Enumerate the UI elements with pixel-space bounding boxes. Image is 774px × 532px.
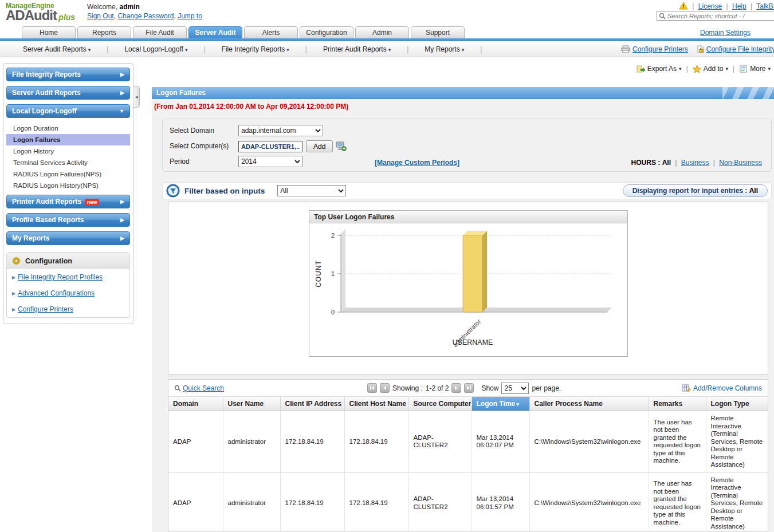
search-input[interactable] (667, 13, 774, 19)
add-to-button[interactable]: Add to ▾ (693, 65, 728, 73)
document-icon (739, 65, 748, 73)
y-tick-0: 0 (331, 309, 335, 316)
tab-support[interactable]: Support (411, 26, 465, 38)
column-header-logon-time[interactable]: Logon Time▾ (472, 397, 529, 411)
more-button[interactable]: More ▾ (739, 65, 771, 73)
period-select[interactable]: 2014 (238, 156, 302, 167)
column-header-source-computer[interactable]: Source Computer (408, 397, 472, 411)
secondary-nav: Server Audit Reports▾ | Local Logon-Logo… (0, 41, 774, 57)
tab-configuration[interactable]: Configuration (300, 26, 353, 38)
sign-out-link[interactable]: Sign Out (87, 12, 114, 20)
add-remove-columns[interactable]: Add/Remove Columns (682, 384, 762, 393)
column-header-remarks[interactable]: Remarks (649, 397, 706, 411)
subnav-right-links: Configure Printers Configure File Integr… (619, 41, 774, 57)
hours-business-link[interactable]: Business (681, 159, 709, 167)
report-date-range: (From Jan 01,2014 12:00:00 AM to Apr 09,… (154, 103, 348, 111)
quick-search[interactable]: Quick Search (174, 384, 224, 392)
sidebar-item-radius-logon-history[interactable]: RADIUS Logon History(NPS) (6, 180, 130, 191)
cell-client-host: 172.18.84.19 (344, 411, 408, 473)
configuration-header: Configuration (7, 253, 129, 269)
chevron-down-icon: ▾ (88, 47, 91, 53)
chevron-down-icon: ▾ (185, 47, 188, 53)
sidebar-group-profile-based-reports[interactable]: Profile Based Reports ▶ (6, 213, 130, 227)
page-title: Logon Failures (156, 89, 206, 97)
column-header-user-name[interactable]: User Name (223, 397, 280, 411)
last-page-button[interactable] (464, 383, 474, 393)
select-domain-label: Select Domain (170, 127, 214, 135)
cell-client-host: 172.18.84.19 (344, 472, 408, 531)
sidebar-item-logon-failures[interactable]: Logon Failures (6, 134, 130, 145)
column-header-logon-type[interactable]: Logon Type (706, 397, 768, 411)
tab-admin[interactable]: Admin (355, 26, 409, 38)
help-link[interactable]: Help (732, 2, 747, 10)
manage-custom-periods-link[interactable]: [Manage Custom Periods] (375, 159, 459, 167)
tab-alerts[interactable]: Alerts (244, 26, 298, 38)
search-icon (659, 13, 666, 19)
subnav-printer-audit-reports[interactable]: Printer Audit Reports▾ (323, 45, 391, 53)
tab-server-audit[interactable]: Server Audit (188, 26, 242, 38)
sidebar-group-server-audit-reports[interactable]: Server Audit Reports ▶ (6, 86, 130, 100)
subnav-my-reports[interactable]: My Reports▾ (425, 45, 464, 53)
export-as-button[interactable]: Export As ▾ (636, 64, 682, 73)
hours-non-business-link[interactable]: Non-Business (719, 159, 762, 167)
change-password-link[interactable]: Change Password (117, 12, 174, 20)
sidebar-item-terminal-services-activity[interactable]: Terminal Services Activity (6, 157, 130, 168)
subnav-file-integrity-reports[interactable]: File Integrity Reports▾ (222, 45, 289, 53)
warning-icon[interactable] (679, 2, 688, 11)
subnav-server-audit-reports[interactable]: Server Audit Reports▾ (23, 45, 91, 53)
subnav-local-logon-logoff[interactable]: Local Logon-Logoff▾ (124, 45, 187, 53)
config-link-configure-printers[interactable]: ▸Configure Printers (7, 301, 129, 317)
add-computer-icon[interactable] (336, 141, 347, 151)
filter-select[interactable]: All (277, 185, 346, 196)
hours-all[interactable]: All (662, 159, 671, 167)
sidebar-item-logon-history[interactable]: Logon History (6, 145, 130, 157)
table-row[interactable]: ADAP administrator 172.18.84.19 172.18.8… (168, 411, 768, 473)
first-page-button[interactable] (367, 383, 377, 393)
next-page-button[interactable] (451, 383, 461, 393)
showing-label: Showing : (392, 384, 423, 392)
config-link-advanced-configurations[interactable]: ▸Advanced Configurations (7, 285, 129, 301)
search-box (657, 11, 774, 21)
sidebar-group-file-integrity-reports[interactable]: File Integrity Reports ▶ (6, 68, 130, 81)
sidebar-collapse-handle[interactable]: ◂ (133, 86, 140, 108)
column-header-client-ip[interactable]: Client IP Address (280, 397, 344, 411)
license-link[interactable]: License (698, 2, 722, 10)
chevron-down-icon: ▾ (679, 66, 682, 72)
logon-failures-chart: 2 1 0 COUNT USERNAME administrator (309, 223, 627, 356)
tab-reports[interactable]: Reports (77, 26, 131, 38)
computers-input[interactable] (238, 141, 302, 152)
configure-file-integrity-link[interactable]: Configure File Integrity (706, 45, 774, 53)
sidebar-group-local-logon-logoff[interactable]: Local Logon-Logoff ▼ (6, 104, 130, 118)
chevron-down-icon: ▾ (286, 47, 289, 53)
jump-to-link[interactable]: Jump to (178, 12, 202, 20)
column-header-caller-process[interactable]: Caller Process Name (529, 397, 649, 411)
header-links: | License | Help | TalkBack (679, 2, 774, 11)
add-computer-button[interactable]: Add (306, 140, 333, 152)
y-tick-1: 1 (331, 270, 335, 277)
sidebar-item-logon-duration[interactable]: Logon Duration (6, 123, 130, 134)
page-size-select[interactable]: 25 (501, 383, 529, 394)
sidebar-group-printer-audit-reports[interactable]: Printer Audit Reportsnew ▶ (6, 195, 130, 208)
chart-bar-front[interactable] (463, 235, 482, 312)
pager-controls: Showing : 1-2 of 2 Show 25 per page. (367, 383, 561, 394)
sidebar-group-my-reports[interactable]: My Reports ▶ (6, 231, 130, 245)
chart-bar-side (482, 231, 487, 312)
cell-caller-process: C:\Windows\System32\winlogon.exe (529, 472, 649, 531)
arrow-right-icon: ▶ (120, 217, 124, 223)
column-header-domain[interactable]: Domain (168, 397, 223, 411)
column-header-client-host[interactable]: Client Host Name (344, 397, 408, 411)
arrow-right-icon: ▸ (12, 273, 15, 281)
domain-select[interactable]: adap.internal.com (238, 125, 323, 136)
cell-logon-time: Mar 13,2014 06:01:57 PM (472, 472, 529, 531)
tab-file-audit[interactable]: File Audit (133, 26, 187, 38)
arrow-right-icon: ▶ (120, 235, 124, 241)
tab-home[interactable]: Home (22, 26, 76, 38)
chart-title: Top User Logon Failures (309, 211, 627, 223)
talkback-link[interactable]: TalkBack (756, 2, 774, 10)
sidebar-item-radius-logon-failures[interactable]: RADIUS Logon Failures(NPS) (6, 168, 130, 180)
previous-page-button[interactable] (380, 383, 390, 393)
config-link-file-integrity-report-profiles[interactable]: ▸File Integrity Report Profiles (7, 269, 129, 285)
configure-printers-link[interactable]: Configure Printers (632, 45, 688, 53)
table-row[interactable]: ADAP administrator 172.18.84.19 172.18.8… (168, 472, 768, 531)
domain-settings-link[interactable]: Domain Settings (700, 29, 751, 37)
